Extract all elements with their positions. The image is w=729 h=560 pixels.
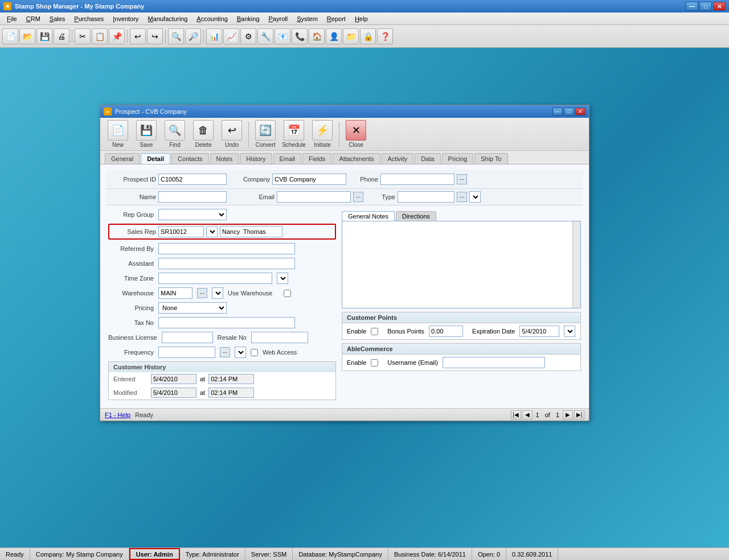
warehouse-select[interactable] [212, 287, 223, 299]
tab-activity[interactable]: Activity [382, 153, 414, 164]
schedule-tool[interactable]: 📅 Schedule [281, 120, 307, 148]
timezone-select[interactable] [277, 273, 288, 284]
menu-inventory[interactable]: Inventory [108, 14, 143, 23]
toolbar-cut[interactable]: ✂ [75, 28, 91, 44]
toolbar-btn5[interactable]: 📧 [275, 28, 290, 44]
type-input[interactable] [398, 191, 454, 203]
business-license-input[interactable] [162, 332, 213, 343]
use-warehouse-checkbox[interactable] [284, 290, 291, 297]
toolbar-btn9[interactable]: 📁 [343, 28, 359, 44]
toolbar-new[interactable]: 📄 [2, 28, 18, 44]
warehouse-input[interactable] [158, 287, 193, 299]
type-select[interactable] [469, 191, 481, 203]
convert-tool[interactable]: 🔄 Convert [252, 120, 279, 148]
toolbar-save[interactable]: 💾 [36, 28, 52, 44]
bonus-points-input[interactable] [429, 326, 463, 337]
tab-history[interactable]: History [240, 153, 272, 164]
nav-next-button[interactable]: ▶ [563, 410, 573, 419]
sales-rep-name-input[interactable] [220, 226, 282, 237]
expiration-date-select[interactable] [564, 326, 575, 337]
inner-maximize-button[interactable]: □ [564, 108, 574, 116]
close-button[interactable]: ✕ [713, 2, 726, 11]
frequency-input[interactable] [158, 347, 215, 358]
menu-help[interactable]: Help [350, 14, 372, 23]
name-input[interactable] [158, 191, 227, 203]
toolbar-print[interactable]: 🖨 [54, 28, 69, 44]
inner-minimize-button[interactable]: — [552, 108, 563, 116]
menu-banking[interactable]: Banking [232, 14, 264, 23]
menu-payroll[interactable]: Payroll [264, 14, 293, 23]
frequency-checkbox[interactable] [251, 349, 258, 356]
toolbar-btn7[interactable]: 🏠 [309, 28, 325, 44]
toolbar-redo[interactable]: ↪ [147, 28, 163, 44]
tab-fields[interactable]: Fields [302, 153, 331, 164]
prospect-id-input[interactable] [158, 174, 227, 185]
warehouse-dots-button[interactable]: ··· [197, 288, 207, 298]
new-tool[interactable]: 📄 New [105, 120, 131, 148]
username-input[interactable] [443, 357, 545, 368]
tab-notes[interactable]: Notes [210, 153, 239, 164]
toolbar-btn10[interactable]: 🔒 [360, 28, 376, 44]
toolbar-btn6[interactable]: 📞 [292, 28, 308, 44]
menu-report[interactable]: Report [322, 14, 350, 23]
type-dots-button[interactable]: ··· [457, 192, 467, 202]
toolbar-find[interactable]: 🔍 [168, 28, 184, 44]
pricing-select[interactable]: None [158, 302, 227, 314]
nav-first-button[interactable]: |◀ [511, 410, 521, 419]
menu-manufacturing[interactable]: Manufacturing [144, 14, 193, 23]
menu-crm[interactable]: CRM [22, 14, 45, 23]
email-input[interactable] [277, 191, 351, 203]
nav-last-button[interactable]: ▶| [574, 410, 584, 419]
close-tool[interactable]: ✕ Close [343, 120, 369, 148]
find-tool[interactable]: 🔍 Find [162, 120, 188, 148]
menu-purchases[interactable]: Purchases [69, 14, 108, 23]
toolbar-btn4[interactable]: 🔧 [257, 28, 273, 44]
resale-no-input[interactable] [251, 332, 308, 343]
tab-contacts[interactable]: Contacts [171, 153, 208, 164]
rep-group-select[interactable] [158, 209, 227, 220]
minimize-button[interactable]: — [686, 2, 698, 11]
toolbar-undo[interactable]: ↩ [130, 28, 146, 44]
general-notes-textarea[interactable] [342, 221, 572, 307]
tab-ship-to[interactable]: Ship To [474, 153, 508, 164]
directions-tab[interactable]: Directions [396, 211, 436, 221]
toolbar-btn1[interactable]: 📊 [206, 28, 222, 44]
tax-no-input[interactable] [158, 317, 295, 328]
frequency-dots-button[interactable]: ··· [220, 347, 230, 357]
toolbar-btn3[interactable]: ⚙ [240, 28, 256, 44]
tab-data[interactable]: Data [415, 153, 440, 164]
menu-file[interactable]: File [2, 14, 22, 23]
points-enable-checkbox[interactable] [371, 328, 378, 335]
delete-tool[interactable]: 🗑 Delete [190, 120, 216, 148]
help-link[interactable]: F1 - Help [105, 411, 130, 418]
toolbar-copy[interactable]: 📋 [92, 28, 108, 44]
able-enable-checkbox[interactable] [371, 359, 378, 367]
toolbar-paste[interactable]: 📌 [109, 28, 125, 44]
timezone-input[interactable] [158, 273, 272, 284]
menu-accounting[interactable]: Accounting [192, 14, 232, 23]
toolbar-btn8[interactable]: 👤 [326, 28, 342, 44]
toolbar-open[interactable]: 📂 [19, 28, 35, 44]
expiration-date-input[interactable] [519, 326, 559, 337]
sales-rep-select[interactable] [206, 226, 218, 237]
general-notes-tab[interactable]: General Notes [342, 211, 395, 221]
toolbar-filter[interactable]: 🔎 [185, 28, 201, 44]
undo-tool[interactable]: ↩ Undo [219, 120, 245, 148]
notes-scrollbar[interactable] [572, 221, 580, 308]
inner-close-button[interactable]: ✕ [575, 108, 585, 116]
nav-prev-button[interactable]: ◀ [522, 410, 533, 419]
tab-pricing[interactable]: Pricing [442, 153, 474, 164]
initiate-tool[interactable]: ⚡ Initiate [309, 120, 335, 148]
menu-system[interactable]: System [292, 14, 322, 23]
sales-rep-id-input[interactable] [158, 226, 204, 237]
maximize-button[interactable]: □ [699, 2, 712, 11]
toolbar-btn11[interactable]: ❓ [377, 28, 393, 44]
referred-by-input[interactable] [158, 243, 295, 254]
assistant-input[interactable] [158, 258, 295, 269]
company-input[interactable] [272, 174, 346, 185]
email-dots-button[interactable]: ··· [353, 192, 363, 202]
toolbar-btn2[interactable]: 📈 [223, 28, 239, 44]
frequency-select[interactable] [235, 347, 246, 358]
tab-detail[interactable]: Detail [141, 153, 170, 164]
tab-general[interactable]: General [105, 153, 140, 164]
